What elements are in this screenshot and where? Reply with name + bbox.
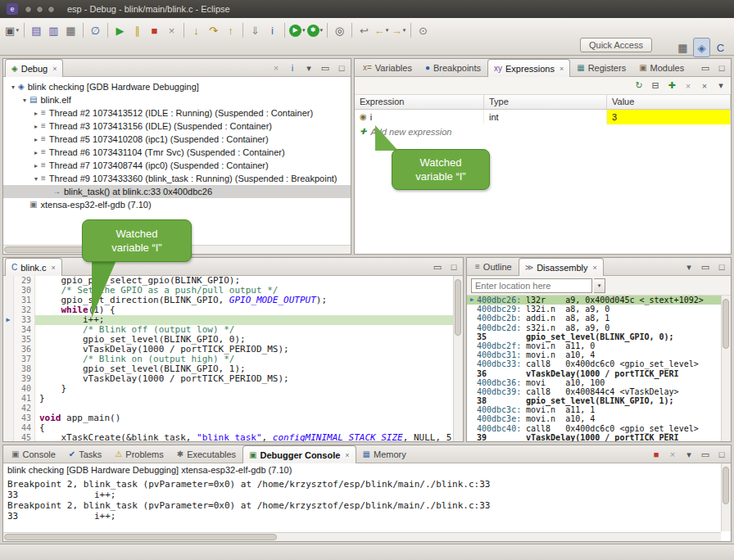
- view-menu-icon[interactable]: ▾: [682, 448, 695, 461]
- column-header-expression[interactable]: Expression: [355, 95, 484, 109]
- remove-all-expressions-icon[interactable]: ×: [698, 79, 711, 93]
- column-header-type[interactable]: Type: [484, 95, 607, 109]
- expand-arrow-icon[interactable]: ▸: [31, 110, 41, 117]
- tab-blink-c[interactable]: Cblink.c×: [5, 258, 62, 276]
- tab-executables[interactable]: ✱Executables: [170, 445, 242, 463]
- instruction-stepping-icon[interactable]: i: [264, 20, 281, 40]
- back-icon[interactable]: ←▾: [373, 20, 390, 40]
- debug-tree-item[interactable]: ▸≡Thread #3 1073413156 (IDLE) (Suspended…: [3, 120, 351, 133]
- step-into-icon[interactable]: ↓: [188, 20, 205, 40]
- tab-outline[interactable]: ≡Outline: [469, 258, 519, 275]
- minimize-icon[interactable]: ▭: [699, 61, 712, 75]
- minimize-icon[interactable]: ▭: [431, 260, 444, 273]
- tab-memory[interactable]: ▦Memory: [356, 445, 413, 463]
- disassembly-vertical-scrollbar[interactable]: [721, 296, 731, 441]
- expand-arrow-icon[interactable]: ▸: [31, 123, 41, 130]
- window-close-button[interactable]: [25, 6, 32, 13]
- debug-tree-item[interactable]: ▾≡Thread #9 1073433360 (blink_task : Run…: [3, 172, 351, 185]
- tab-modules[interactable]: ▣Modules: [632, 59, 691, 76]
- print-icon[interactable]: ▦: [62, 20, 79, 40]
- debug-tree-item[interactable]: →blink_task() at blink.c:33 0x400dbc26: [3, 185, 351, 198]
- debug-tree-item[interactable]: ▸≡Thread #7 1073408744 (ipc0) (Suspended…: [3, 159, 351, 172]
- close-tab-icon[interactable]: ×: [560, 65, 564, 73]
- save-icon[interactable]: ▤: [28, 20, 45, 40]
- close-tab-icon[interactable]: ×: [345, 451, 349, 459]
- terminate-icon[interactable]: ■: [146, 20, 163, 40]
- tab-debug[interactable]: ◈Debug×: [5, 59, 63, 77]
- debug-tree-item[interactable]: ▸≡Thread #6 1073431104 (Tmr Svc) (Suspen…: [3, 146, 351, 159]
- add-expression-ic[interactable]: ✚: [665, 79, 678, 93]
- tab-console[interactable]: ▣Console: [5, 445, 62, 463]
- remove-expression-icon[interactable]: ×: [682, 79, 695, 93]
- maximize-icon[interactable]: □: [715, 448, 728, 461]
- view-menu-icon[interactable]: ▾: [302, 61, 315, 75]
- close-tab-icon[interactable]: ×: [593, 264, 597, 272]
- debug-icon[interactable]: ✱▾: [306, 20, 324, 40]
- tab-breakpoints[interactable]: ●Breakpoints: [419, 59, 487, 76]
- resume-icon[interactable]: ▶: [111, 20, 129, 40]
- tab-expressions[interactable]: xyExpressions×: [487, 59, 570, 77]
- last-edit-location-icon[interactable]: ↩: [356, 20, 373, 40]
- terminate-icon[interactable]: ■: [650, 448, 663, 461]
- debug-tree-item[interactable]: ▸≡Thread #2 1073413512 (IDLE : Running) …: [3, 106, 351, 120]
- minimize-icon[interactable]: ▭: [319, 61, 332, 75]
- console-output[interactable]: Breakpoint 2, blink_task (pvParameter=0x…: [3, 477, 721, 531]
- tab-tasks[interactable]: ✔Tasks: [62, 445, 109, 463]
- open-perspective-icon[interactable]: ▦: [674, 38, 691, 57]
- maximize-icon[interactable]: □: [335, 61, 348, 75]
- instruction-stepping-mode-icon[interactable]: i: [286, 61, 299, 75]
- c-cpp-perspective-icon[interactable]: C: [712, 38, 729, 57]
- expand-arrow-icon[interactable]: ▸: [31, 136, 41, 143]
- add-new-expression-row[interactable]: ✚Add new expression: [355, 124, 731, 139]
- debug-perspective-icon[interactable]: ◈: [693, 38, 710, 57]
- debug-tree-item[interactable]: ▣xtensa-esp32-elf-gdb (7.10): [3, 198, 351, 211]
- scrollbar-thumb[interactable]: [723, 299, 729, 349]
- scrollbar-thumb[interactable]: [4, 534, 277, 540]
- collapse-all-icon[interactable]: ⊟: [649, 79, 662, 93]
- debug-tree-item[interactable]: ▾◈blink checking [GDB Hardware Debugging…: [3, 80, 351, 93]
- console-horizontal-scrollbar[interactable]: [3, 532, 721, 541]
- quick-access-button[interactable]: Quick Access: [580, 38, 652, 52]
- expand-arrow-icon[interactable]: ▾: [20, 97, 29, 104]
- window-minimize-button[interactable]: [36, 6, 43, 13]
- close-tab-icon[interactable]: ×: [51, 264, 55, 272]
- drop-to-frame-icon[interactable]: ⇓: [247, 20, 264, 40]
- view-menu-icon[interactable]: ▾: [682, 260, 695, 273]
- tab-debugger-console[interactable]: ▣Debugger Console×: [242, 445, 356, 463]
- scrollbar-thumb[interactable]: [455, 279, 461, 336]
- expand-arrow-icon[interactable]: ▸: [31, 162, 41, 169]
- tab-problems[interactable]: ⚠Problems: [108, 445, 170, 463]
- step-return-icon[interactable]: ↑: [222, 20, 239, 40]
- debug-tree-item[interactable]: ▾▤blink.elf: [3, 93, 351, 106]
- save-all-icon[interactable]: ▥: [45, 20, 62, 40]
- pin-editor-icon[interactable]: ⊙: [415, 20, 432, 40]
- search-icon[interactable]: ◎: [331, 20, 348, 40]
- location-input[interactable]: [471, 278, 592, 293]
- disassembly-listing[interactable]: ▶400dbc26:l32r a9, 0x400d045c <_stext+10…: [467, 296, 721, 441]
- debug-tree-item[interactable]: ▸≡Thread #5 1073410208 (ipc1) (Suspended…: [3, 133, 351, 146]
- expression-row[interactable]: ◉iint3: [355, 110, 731, 124]
- remove-all-terminated-icon[interactable]: ×: [666, 448, 679, 461]
- location-dropdown-icon[interactable]: ▾: [594, 278, 605, 293]
- minimize-icon[interactable]: ▭: [699, 260, 712, 273]
- suspend-icon[interactable]: ∥: [129, 20, 146, 40]
- new-icon[interactable]: ▣▾: [3, 20, 20, 40]
- remove-all-terminated-icon[interactable]: ×: [270, 61, 283, 75]
- maximize-icon[interactable]: □: [715, 61, 728, 75]
- maximize-icon[interactable]: □: [715, 260, 728, 273]
- skip-all-breakpoints-icon[interactable]: ∅: [87, 20, 104, 40]
- code-editor[interactable]: 29 gpio_pad_select_gpio(BLINK_GPIO);30 /…: [3, 276, 453, 441]
- step-over-icon[interactable]: ↷: [205, 20, 222, 40]
- view-menu-icon[interactable]: ▾: [714, 79, 727, 93]
- expand-arrow-icon[interactable]: ▸: [31, 149, 41, 156]
- expand-arrow-icon[interactable]: ▾: [8, 84, 18, 91]
- tab-variables[interactable]: x=Variables: [356, 59, 419, 76]
- close-tab-icon[interactable]: ×: [52, 65, 57, 73]
- tab-disassembly[interactable]: ≫Disassembly×: [519, 258, 604, 276]
- console-vertical-scrollbar[interactable]: [721, 463, 731, 531]
- disconnect-icon[interactable]: ×: [163, 20, 180, 40]
- forward-icon[interactable]: →▾: [390, 20, 407, 40]
- tab-registers[interactable]: ▦Registers: [570, 59, 632, 76]
- column-header-value[interactable]: Value: [607, 95, 731, 109]
- expand-arrow-icon[interactable]: ▾: [31, 175, 41, 183]
